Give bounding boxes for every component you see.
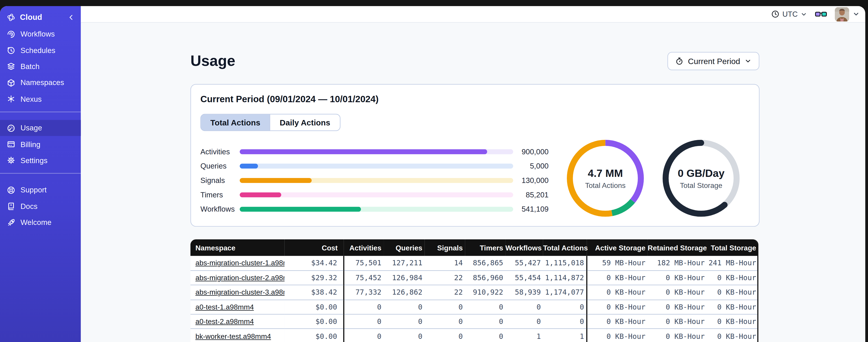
cost-cell: $34.42 (284, 256, 344, 271)
queries-cell: 126,862 (383, 285, 425, 300)
timers-cell: 0 (465, 314, 505, 329)
col-header-active-storage: Active Storage (587, 239, 648, 256)
nexus-asterisk-icon (6, 95, 16, 104)
screen: Cloud Workflows Schedules (0, 0, 868, 342)
sidebar-item-docs[interactable]: Docs (0, 198, 81, 214)
total-storage-cell: 0 KB-Hour (707, 285, 758, 300)
active-storage-cell: 59 MB-Hour (587, 256, 648, 271)
cost-cell: $0.00 (284, 329, 344, 342)
signals-cell: 0 (425, 329, 465, 342)
sidebar-item-namespaces[interactable]: Namespaces (0, 75, 81, 91)
total-storage-cell: 0 KB-Hour (707, 300, 758, 314)
total-actions-cell: 0 (543, 314, 587, 329)
bar-track (240, 163, 513, 168)
bar-label: Timers (200, 191, 240, 199)
donut-label: Total Storage (680, 181, 722, 189)
retained-storage-cell: 0 KB-Hour (648, 314, 707, 329)
actions-tab-group: Total Actions Daily Actions (200, 114, 340, 131)
sidebar-item-batch[interactable]: Batch (0, 59, 81, 75)
total-storage-donut: 0 GB/Day Total Storage (661, 138, 741, 218)
total-actions-cell: 0 (543, 300, 587, 314)
total-actions-donut: 4.7 MM Total Actions (565, 138, 646, 218)
sidebar-item-schedules[interactable]: Schedules (0, 42, 81, 59)
timezone-label: UTC (782, 10, 798, 18)
donut-value: 4.7 MM (588, 167, 623, 179)
total-actions-cell: 1,114,872 (543, 271, 587, 285)
sidebar-item-label: Docs (21, 202, 37, 210)
sidebar-item-label: Billing (21, 140, 40, 148)
bar-value: 85,201 (513, 191, 549, 199)
sidebar-item-settings[interactable]: Settings (0, 152, 81, 169)
namespace-link[interactable]: abs-migration-cluster-3.a98mm4 (195, 288, 284, 297)
table-header-row: Namespace Cost Activities Queries Signal… (190, 239, 758, 256)
billing-card-icon (6, 140, 16, 149)
col-header-timers: Timers (465, 239, 505, 256)
active-storage-cell: 0 KB-Hour (587, 300, 648, 314)
namespace-link[interactable]: abs-migration-cluster-2.a98mm4 (195, 274, 284, 282)
period-selector-button[interactable]: Current Period (668, 52, 759, 70)
bar-value: 541,109 (513, 205, 549, 213)
collapse-sidebar-icon[interactable] (66, 13, 75, 22)
welcome-rocket-icon (6, 218, 16, 227)
sidebar-brand[interactable]: Cloud (0, 6, 81, 26)
bar-label: Activities (200, 147, 240, 156)
activities-cell: 75,501 (344, 256, 383, 271)
workflows-cell: 0 (505, 300, 543, 314)
main-content: Usage Current Period Current Period (09/… (81, 23, 865, 342)
tab-daily-actions[interactable]: Daily Actions (270, 114, 340, 130)
total-storage-cell: 0 KB-Hour (707, 271, 758, 285)
bar-fill (240, 149, 487, 154)
usage-card-title: Current Period (09/01/2024 — 10/01/2024) (200, 94, 379, 105)
docs-book-icon (6, 202, 16, 211)
cost-cell: $38.42 (284, 285, 344, 300)
sidebar-item-welcome[interactable]: Welcome (0, 214, 81, 231)
sidebar-item-support[interactable]: Support (0, 182, 81, 198)
sidebar-item-label: Usage (21, 124, 42, 132)
namespace-usage-table: Namespace Cost Activities Queries Signal… (190, 239, 758, 342)
actions-bar-chart: Activities 900,000 Queries 5,000 Signals… (200, 144, 549, 216)
sidebar-item-usage[interactable]: Usage (0, 120, 81, 136)
bar-row-queries: Queries 5,000 (200, 159, 549, 173)
namespaces-cube-icon (6, 78, 16, 87)
account-menu[interactable] (835, 7, 860, 22)
workflows-cell: 1 (505, 329, 543, 342)
signals-cell: 22 (425, 285, 465, 300)
bar-row-workflows: Workflows 541,109 (200, 202, 549, 216)
sidebar-item-label: Workflows (21, 30, 55, 38)
timers-cell: 910,922 (465, 285, 505, 300)
col-header-activities: Activities (344, 239, 383, 256)
sidebar: Cloud Workflows Schedules (0, 6, 81, 342)
sidebar-item-workflows[interactable]: Workflows (0, 26, 81, 42)
namespace-link[interactable]: a0-test-1.a98mm4 (195, 303, 254, 311)
sidebar-item-nexus[interactable]: Nexus (0, 91, 81, 107)
timezone-selector[interactable]: UTC (771, 10, 807, 18)
namespace-link[interactable]: bk-worker-test.a98mm4 (195, 332, 271, 340)
bar-label: Workflows (200, 205, 240, 213)
sidebar-item-label: Support (21, 186, 47, 194)
schedules-icon (6, 46, 16, 55)
col-header-namespace: Namespace (190, 239, 285, 256)
table-row: abs-migration-cluster-1.a98mm4 $34.42 75… (190, 256, 758, 271)
retained-storage-cell: 0 KB-Hour (648, 329, 707, 342)
col-header-retained-storage: Retained Storage (648, 239, 707, 256)
donut-label: Total Actions (585, 181, 626, 189)
table-row: bk-worker-test.a98mm4 $0.00 0 0 0 0 1 1 … (190, 329, 758, 342)
glasses-icon (815, 10, 827, 19)
retained-storage-cell: 0 KB-Hour (648, 285, 707, 300)
sidebar-item-label: Nexus (21, 95, 42, 103)
queries-cell: 0 (383, 314, 425, 329)
workflows-cell: 0 (505, 314, 543, 329)
bar-fill (240, 163, 258, 168)
sidebar-item-label: Schedules (21, 46, 55, 55)
namespace-link[interactable]: a0-test-2.a98mm4 (195, 317, 254, 326)
total-actions-cell: 1,115,018 (543, 256, 587, 271)
sidebar-item-billing[interactable]: Billing (0, 136, 81, 152)
table-row: a0-test-2.a98mm4 $0.00 0 0 0 0 0 0 0 KB-… (190, 314, 758, 329)
clock-icon (771, 10, 780, 18)
timers-cell: 0 (465, 300, 505, 314)
signals-cell: 14 (425, 256, 465, 271)
feedback-glasses-button[interactable] (815, 10, 827, 19)
namespace-link[interactable]: abs-migration-cluster-1.a98mm4 (195, 259, 284, 267)
tab-total-actions[interactable]: Total Actions (201, 114, 270, 130)
total-actions-cell: 1,174,077 (543, 285, 587, 300)
